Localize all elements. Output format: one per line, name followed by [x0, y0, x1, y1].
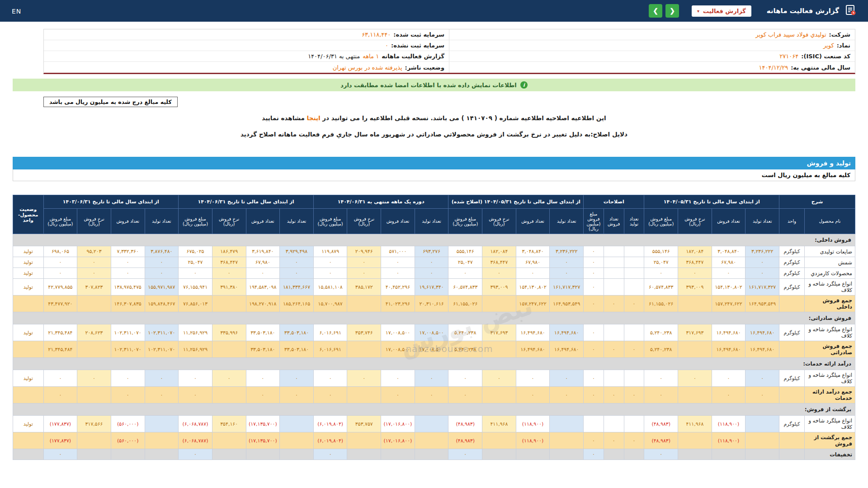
value-cell: (۶,۰۶۸,۷۸۷) — [179, 432, 212, 449]
report-type-label: گزارش فعالیت — [703, 8, 746, 14]
value-cell — [712, 449, 745, 460]
value-cell: ۰ — [43, 370, 77, 387]
value-cell — [482, 296, 516, 312]
unit-cell — [779, 449, 805, 460]
value-cell — [111, 449, 145, 460]
value-cell: ۰ — [584, 279, 604, 296]
report-header-info: شرکت: توليدي فولاد سپيد فراب كوير نماد: … — [43, 29, 855, 74]
value-cell — [347, 341, 381, 358]
value-cell: ۳۱۷,۶۹۳ — [482, 324, 516, 341]
section-row: درآمد ارائه خدمات: — [13, 358, 855, 370]
value-cell: ۳,۸۷۶,۴۸۰ — [145, 246, 179, 257]
table-row: جمع برگشت از فروش(۱۱۸,۹۰۰)(۴۸,۹۸۳)۰۰۰(۱۱… — [13, 432, 855, 449]
issuer-status-label: وضعیت ناشر: — [405, 64, 444, 71]
isic-value: ۲۷۱۰۶۴ — [779, 53, 798, 60]
value-cell: ۰ — [415, 257, 448, 268]
column-sub-header: تعداد تولید — [415, 209, 448, 234]
report-period-link[interactable]: ۱ ماهه — [363, 53, 379, 60]
value-cell: ۷۶,۱۵۵,۹۴۱ — [179, 279, 212, 296]
column-sub-header: مبلغ فروش (میلیون ریال) — [179, 209, 212, 234]
product-status-cell — [13, 296, 44, 312]
top-bar: گزارش فعالیت ماهانه گزارش فعالیت ▾ ❮ ❯ E… — [0, 0, 868, 22]
value-cell: ۳۳,۵۰۳,۱۸۰ — [280, 341, 314, 358]
value-cell: ۰ — [516, 268, 550, 279]
column-sub-header: مبلغ فروش (میلیون ریال) — [644, 209, 678, 234]
value-cell: ۰ — [712, 387, 745, 404]
value-cell: ۲۱,۳۴۵,۴۸۴ — [43, 324, 77, 341]
value-cell: ۱۹۴,۵۸۳,۰۹۸ — [246, 279, 280, 296]
value-cell — [77, 341, 111, 358]
value-cell: ۱۵,۷۰۰,۹۸۷ — [313, 296, 347, 312]
value-cell — [624, 416, 644, 432]
column-product-name: نام محصول — [805, 209, 855, 234]
column-group-5: از ابتدای سال مالی تا تاریخ ۱۴۰۳/۰۶/۳۱ — [43, 195, 179, 209]
value-cell — [415, 416, 448, 432]
previous-notice-link[interactable]: اینجا — [307, 114, 321, 122]
product-name-cell: انواع میلگرد شاخه و کلاف — [805, 279, 855, 296]
column-group-4: از ابتدای سال مالی تا تاریخ ۱۴۰۴/۰۶/۳۱ — [179, 195, 314, 209]
company-link[interactable]: توليدي فولاد سپيد فراب كوير — [755, 31, 826, 38]
value-cell: ۱۶۱,۷۱۷,۳۲۷ — [745, 279, 779, 296]
column-sub-header: نرخ فروش (ریال) — [347, 209, 381, 234]
value-cell: ۴۳,۴۷۷,۹۲۰ — [43, 296, 77, 312]
column-sub-header: تعداد تولید — [550, 209, 584, 234]
value-cell — [624, 268, 644, 279]
unit-cell: کیلوگرم — [779, 279, 805, 296]
million-rial-note: کلیه مبالغ درج شده به میلیون ریال می باش… — [43, 97, 178, 107]
value-cell: ۱۶,۴۹۴,۶۸۰ — [516, 324, 550, 341]
value-cell: ۰ — [246, 387, 280, 404]
value-cell: ۰ — [745, 387, 779, 404]
unit-cell: کیلوگرم — [779, 416, 805, 432]
product-status-cell — [13, 341, 44, 358]
value-cell: ۰ — [584, 370, 604, 387]
value-cell: ۱۵,۵۸۱,۱۰۸ — [313, 279, 347, 296]
chevron-down-icon: ▾ — [697, 9, 699, 14]
unregistered-capital-label: سرمایه ثبت نشده: — [391, 42, 444, 49]
table-row: انواع میلگرد شاخه و کلافکیلوگرم(۱۱۸,۹۰۰)… — [13, 416, 855, 432]
unit-cell: کیلوگرم — [779, 246, 805, 257]
info-column-right: شرکت: توليدي فولاد سپيد فراب كوير نماد: … — [449, 29, 855, 73]
value-cell — [212, 341, 246, 358]
value-cell: ۰ — [584, 324, 604, 341]
value-cell: ۷۶,۸۵۶,۰۱۳ — [179, 296, 212, 312]
value-cell: ۰ — [604, 296, 624, 312]
report-period-row: گزارش فعالیت ماهانه ۱ ماهه منتهی به ۱۴۰۴… — [44, 51, 449, 62]
unit-cell: کیلوگرم — [779, 268, 805, 279]
value-cell: ۶,۰۱۶,۶۹۱ — [313, 341, 347, 358]
value-cell: (۱۷,۰۱۶,۸۰۰) — [381, 432, 415, 449]
value-cell: ۰ — [77, 268, 111, 279]
value-cell: ۰ — [584, 257, 604, 268]
value-cell: ۰ — [745, 257, 779, 268]
symbol-link[interactable]: كوير — [823, 42, 834, 49]
language-toggle[interactable]: EN — [12, 8, 21, 15]
value-cell — [381, 449, 415, 460]
value-cell: ۴۱۱,۹۶۸ — [678, 416, 712, 432]
value-cell — [212, 296, 246, 312]
value-cell: ۶۰,۵۷۴,۸۳۳ — [644, 279, 678, 296]
value-cell — [624, 246, 644, 257]
value-cell: ۰ — [448, 370, 482, 387]
value-cell: ۱۶,۴۹۴,۶۸۰ — [550, 341, 584, 358]
value-cell: ۶۷,۹۸۰ — [712, 257, 745, 268]
value-cell: ۵,۲۴۰,۲۳۸ — [448, 324, 482, 341]
value-cell — [550, 432, 584, 449]
product-name-cell: تخفیفات — [805, 449, 855, 460]
value-cell: ۰ — [516, 370, 550, 387]
unit-cell — [779, 432, 805, 449]
previous-report-button[interactable]: ❯ — [649, 4, 662, 18]
value-cell: ۱۶,۴۹۴,۶۸۰ — [712, 341, 745, 358]
value-cell: ۰ — [624, 387, 644, 404]
value-cell: ۰ — [604, 341, 624, 358]
report-type-dropdown[interactable]: گزارش فعالیت ▾ — [692, 5, 751, 17]
value-cell: ۰ — [745, 370, 779, 387]
value-cell: ۰ — [280, 257, 314, 268]
unregistered-capital-value: ۰ — [385, 42, 388, 49]
value-cell: ۷,۳۳۲,۳۶۰ — [111, 246, 145, 257]
value-cell — [145, 449, 179, 460]
value-cell: ۶۱,۱۵۵,۰۲۶ — [644, 296, 678, 312]
value-cell: ۳۵۳,۷۴۶ — [347, 324, 381, 341]
next-report-button[interactable]: ❮ — [665, 4, 679, 18]
page-title: گزارش فعالیت ماهانه — [767, 7, 839, 15]
value-cell: ۵۵۵,۱۴۶ — [448, 246, 482, 257]
value-cell: ۱۵۴,۱۳۰,۸۰۲ — [516, 279, 550, 296]
